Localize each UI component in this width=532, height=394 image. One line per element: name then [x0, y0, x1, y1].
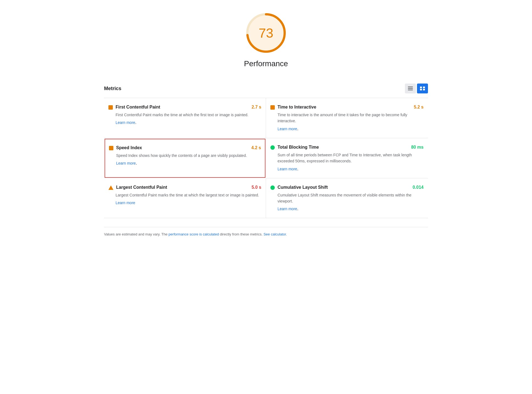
view-toggle [405, 84, 428, 93]
metric-lcp-name: Largest Contentful Paint [116, 185, 167, 190]
svg-rect-8 [423, 89, 425, 90]
metric-cls-header: Cumulative Layout Shift 0.014 [270, 185, 424, 190]
metric-fcp-icon [108, 105, 113, 110]
metric-tti-title-group: Time to Interactive [270, 105, 316, 110]
metric-si-description: Speed Index shows how quickly the conten… [116, 152, 261, 159]
metric-tbt-icon [270, 145, 275, 150]
metric-si-header: Speed Index 4.2 s [109, 145, 261, 150]
footer-text-before: Values are estimated and may vary. The [104, 232, 169, 236]
metric-tti-period: . [297, 126, 298, 131]
metric-tbt-name: Total Blocking Time [278, 145, 319, 150]
metrics-title: Metrics [104, 86, 121, 91]
metric-cls-icon [270, 185, 275, 190]
metric-si: Speed Index 4.2 s Speed Index shows how … [105, 139, 265, 178]
footer-text-between: directly from these metrics. [219, 232, 264, 236]
svg-rect-6 [423, 87, 425, 88]
metric-si-learn-more[interactable]: Learn more [116, 161, 136, 165]
metric-si-name: Speed Index [116, 145, 142, 150]
metric-tbt-value: 80 ms [411, 145, 424, 150]
metric-lcp-value: 5.0 s [251, 185, 261, 190]
metric-cls-title-group: Cumulative Layout Shift [270, 185, 328, 190]
metric-tti-value: 5.2 s [414, 105, 424, 110]
metric-fcp: First Contentful Paint 2.7 s First Conte… [104, 98, 266, 138]
footer-performance-score-link[interactable]: performance score is calculated [169, 232, 219, 236]
metric-fcp-learn-more[interactable]: Learn more [116, 120, 135, 125]
metric-fcp-period: . [135, 120, 136, 125]
metrics-grid: First Contentful Paint 2.7 s First Conte… [104, 98, 428, 218]
metric-lcp-title-group: Largest Contentful Paint [108, 185, 167, 190]
metric-lcp: Largest Contentful Paint 5.0 s Largest C… [104, 178, 266, 218]
metric-cls-name: Cumulative Layout Shift [278, 185, 328, 190]
svg-rect-7 [420, 89, 422, 90]
svg-rect-3 [408, 88, 413, 89]
metric-tbt-title-group: Total Blocking Time [270, 145, 319, 150]
footer-calculator-link[interactable]: See calculator. [264, 232, 287, 236]
metric-fcp-title-group: First Contentful Paint [108, 105, 160, 110]
metric-tti: Time to Interactive 5.2 s Time to intera… [266, 98, 428, 138]
metric-lcp-description: Largest Contentful Paint marks the time … [116, 192, 261, 198]
metric-si-value: 4.2 s [251, 145, 261, 150]
svg-rect-4 [408, 90, 413, 90]
metric-fcp-header: First Contentful Paint 2.7 s [108, 105, 261, 110]
metric-tti-header: Time to Interactive 5.2 s [270, 105, 424, 110]
metric-cls-value: 0.014 [413, 185, 424, 190]
metric-tti-learn-more[interactable]: Learn more [278, 127, 297, 131]
metric-si-icon [109, 146, 113, 150]
metric-tti-name: Time to Interactive [278, 105, 316, 110]
score-section: 73 Performance [104, 11, 428, 68]
metric-tbt-period: . [297, 167, 298, 171]
metric-lcp-icon [108, 185, 113, 190]
score-label: Performance [244, 59, 288, 68]
metric-cls-period: . [297, 206, 298, 211]
metric-fcp-name: First Contentful Paint [116, 105, 160, 110]
metric-tbt-learn-more[interactable]: Learn more [278, 167, 297, 171]
metric-tbt-header: Total Blocking Time 80 ms [270, 145, 424, 150]
svg-rect-2 [408, 87, 413, 87]
metric-lcp-learn-more[interactable]: Learn more [116, 201, 135, 205]
metric-cls-learn-more[interactable]: Learn more [278, 207, 297, 211]
svg-rect-5 [420, 87, 422, 88]
metrics-header: Metrics [104, 79, 428, 98]
metric-fcp-value: 2.7 s [251, 105, 261, 110]
metric-cls-description: Cumulative Layout Shift measures the mov… [278, 192, 424, 204]
metric-tbt: Total Blocking Time 80 ms Sum of all tim… [266, 138, 428, 178]
metric-cls: Cumulative Layout Shift 0.014 Cumulative… [266, 178, 428, 218]
metric-tti-description: Time to interactive is the amount of tim… [278, 112, 424, 124]
score-circle: 73 [244, 11, 288, 55]
grid-view-button[interactable] [417, 84, 428, 93]
metric-lcp-header: Largest Contentful Paint 5.0 s [108, 185, 261, 190]
metric-fcp-description: First Contentful Paint marks the time at… [116, 112, 261, 118]
metric-si-title-group: Speed Index [109, 145, 142, 150]
list-view-button[interactable] [405, 84, 416, 93]
metric-si-period: . [136, 161, 137, 165]
metric-tbt-description: Sum of all time periods between FCP and … [278, 152, 424, 164]
footer: Values are estimated and may vary. The p… [104, 227, 428, 237]
metric-tti-icon [270, 105, 275, 110]
score-value: 73 [259, 26, 273, 41]
